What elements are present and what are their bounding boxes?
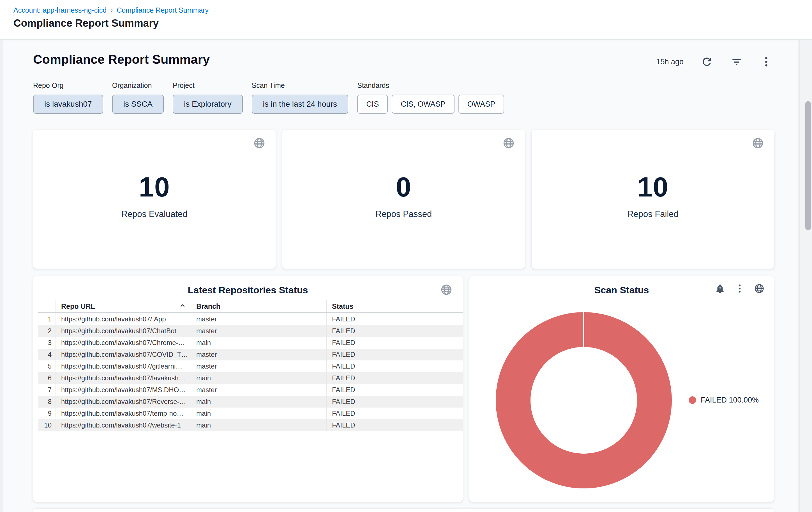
table-body: 1https://github.com/lavakush07/.Appmaste… <box>38 313 463 431</box>
table-row[interactable]: 1https://github.com/lavakush07/.Appmaste… <box>38 313 463 325</box>
table-row[interactable]: 10https://github.com/lavakush07/website-… <box>38 420 463 431</box>
table-header-row: Repo URL Branch Status <box>38 300 463 313</box>
app-header: Account: app-harness-ng-cicd › Complianc… <box>0 0 812 40</box>
table-row[interactable]: 8https://github.com/lavakush07/Reverse-…… <box>38 396 463 408</box>
breadcrumb-separator: › <box>111 6 113 14</box>
cell-branch: master <box>191 384 326 396</box>
column-header-repo-url[interactable]: Repo URL <box>56 300 191 313</box>
filter-label: Scan Time <box>252 81 349 89</box>
metric-value: 10 <box>532 171 774 203</box>
filter-chip-organization[interactable]: is SSCA <box>112 95 164 114</box>
cell-status: FAILED <box>326 337 463 349</box>
globe-icon[interactable] <box>754 283 765 294</box>
standards-option-cis-owasp[interactable]: CIS, OWASP <box>392 95 455 114</box>
scan-card-actions <box>715 283 765 294</box>
cell-branch: master <box>191 325 326 337</box>
cell-status: FAILED <box>326 408 463 420</box>
column-header-branch[interactable]: Branch <box>191 300 326 313</box>
cell-repo-url: https://github.com/lavakush07/website-1 <box>56 420 191 431</box>
legend-color-dot <box>689 396 696 404</box>
breadcrumb-account-link[interactable]: Account: app-harness-ng-cicd <box>13 6 107 14</box>
vertical-scrollbar-track[interactable] <box>799 41 812 512</box>
cell-repo-url: https://github.com/lavakush07/Reverse-… <box>56 396 191 408</box>
cell-branch: master <box>191 349 326 360</box>
scan-status-card: Scan Status FAILED 100.00% <box>469 276 774 502</box>
row-index: 6 <box>38 372 56 384</box>
table-row[interactable]: 6https://github.com/lavakush07/lavakush…… <box>38 372 463 384</box>
page-title: Compliance Report Summary <box>13 18 159 29</box>
metric-card-repos-passed: 0 Repos Passed <box>282 130 525 269</box>
filter-chip-repo-org[interactable]: is lavakush07 <box>33 95 103 114</box>
filter-chip-scan-time[interactable]: is in the last 24 hours <box>252 95 349 114</box>
repositories-table: Repo URL Branch Status 1https://github.c… <box>38 300 463 431</box>
column-header-status[interactable]: Status <box>326 300 463 313</box>
legend-label: FAILED 100.00% <box>701 396 759 404</box>
table-row[interactable]: 7https://github.com/lavakush07/MS.DHO…ma… <box>38 384 463 396</box>
kebab-menu-icon[interactable] <box>734 283 745 294</box>
cell-branch: master <box>191 313 326 325</box>
filter-chip-project[interactable]: is Exploratory <box>173 95 243 114</box>
filter-standards: Standards CIS CIS, OWASP OWASP <box>357 81 504 114</box>
row-index: 8 <box>38 396 56 408</box>
cell-branch: main <box>191 372 326 384</box>
globe-icon[interactable] <box>502 137 515 149</box>
breadcrumb-current-link[interactable]: Compliance Report Summary <box>117 6 209 14</box>
last-refreshed-label: 15h ago <box>656 57 684 66</box>
filter-project: Project is Exploratory <box>173 81 243 114</box>
metric-label: Repos Passed <box>282 209 525 219</box>
cell-branch: main <box>191 337 326 349</box>
filter-repo-org: Repo Org is lavakush07 <box>33 81 103 114</box>
table-card-title: Latest Repositories Status <box>33 285 463 296</box>
cell-repo-url: https://github.com/lavakush07/temp-no… <box>56 408 191 420</box>
standards-button-group: CIS CIS, OWASP OWASP <box>357 95 504 114</box>
vertical-scrollbar-thumb[interactable] <box>805 101 811 230</box>
cell-status: FAILED <box>326 349 463 360</box>
table-row[interactable]: 2https://github.com/lavakush07/ChatBotma… <box>38 325 463 337</box>
refresh-icon[interactable] <box>700 55 713 68</box>
metric-value: 10 <box>33 171 276 203</box>
metrics-row: 10 Repos Evaluated 0 Repos Passed 10 Rep… <box>33 130 774 269</box>
cell-status: FAILED <box>326 313 463 325</box>
filter-label: Project <box>173 81 243 89</box>
row-index: 10 <box>38 420 56 431</box>
dashboard-meta: 15h ago <box>656 54 773 70</box>
row-index: 7 <box>38 384 56 396</box>
cell-branch: master <box>191 360 326 372</box>
table-row[interactable]: 3https://github.com/lavakush07/Chrome-…m… <box>38 337 463 349</box>
globe-icon[interactable] <box>253 137 265 149</box>
metric-label: Repos Evaluated <box>33 209 276 219</box>
scan-status-donut-chart[interactable] <box>496 312 672 488</box>
row-index: 9 <box>38 408 56 420</box>
row-index: 5 <box>38 360 56 372</box>
donut-hole <box>530 347 637 454</box>
cell-status: FAILED <box>326 360 463 372</box>
latest-repositories-status-card: Latest Repositories Status Repo URL Bran… <box>33 276 463 502</box>
filter-label: Organization <box>112 81 164 89</box>
row-index: 2 <box>38 325 56 337</box>
cell-repo-url: https://github.com/lavakush07/MS.DHO… <box>56 384 191 396</box>
cell-repo-url: https://github.com/lavakush07/lavakush… <box>56 372 191 384</box>
standards-option-cis[interactable]: CIS <box>357 95 388 114</box>
kebab-menu-icon[interactable] <box>760 55 773 68</box>
cell-status: FAILED <box>326 372 463 384</box>
row-index: 4 <box>38 349 56 360</box>
row-index: 1 <box>38 313 56 325</box>
notification-add-icon[interactable] <box>715 283 726 294</box>
legend-item-failed[interactable]: FAILED 100.00% <box>689 396 759 404</box>
table-row[interactable]: 5https://github.com/lavakush07/gitlearni… <box>38 360 463 372</box>
filter-icon[interactable] <box>730 55 743 68</box>
cell-repo-url: https://github.com/lavakush07/gitlearni… <box>56 360 191 372</box>
cell-status: FAILED <box>326 420 463 431</box>
table-row[interactable]: 4https://github.com/lavakush07/COVID_T…m… <box>38 349 463 360</box>
globe-icon[interactable] <box>440 284 453 296</box>
cell-repo-url: https://github.com/lavakush07/ChatBot <box>56 325 191 337</box>
standards-option-owasp[interactable]: OWASP <box>458 95 504 114</box>
metric-card-repos-failed: 10 Repos Failed <box>532 130 774 269</box>
filter-label: Repo Org <box>33 81 103 89</box>
column-header-index <box>38 300 56 313</box>
cell-status: FAILED <box>326 325 463 337</box>
table-row[interactable]: 9https://github.com/lavakush07/temp-no…m… <box>38 408 463 420</box>
globe-icon[interactable] <box>752 137 764 149</box>
metric-label: Repos Failed <box>532 209 774 219</box>
filter-organization: Organization is SSCA <box>112 81 164 114</box>
